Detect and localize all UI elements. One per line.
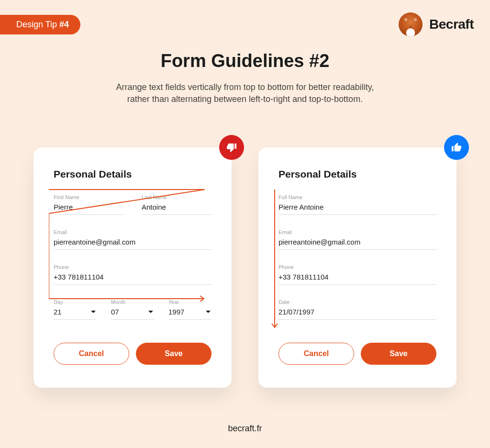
card-bad-example: Personal Details First Name Pierre Last … [33,147,232,388]
tip-number: #4 [59,20,69,29]
thumbs-up-icon [451,142,462,153]
phone-label: Phone [54,264,212,270]
brand-name: Becraft [429,17,474,32]
email-value: pierreantoine@gmail.com [278,238,360,246]
brand-block: Becraft [399,12,474,36]
full-name-field[interactable]: Full Name Pierre Antoine [278,194,436,215]
thumbs-down-icon [226,142,237,153]
email-label: Email [278,229,436,235]
email-field[interactable]: Email pierreantoine@gmail.com [278,229,436,250]
day-label: Day [54,299,97,305]
full-name-label: Full Name [278,194,436,200]
thumbs-down-badge [219,135,244,160]
first-name-field[interactable]: First Name Pierre [54,194,123,215]
phone-value: +33 781811104 [278,273,329,281]
last-name-field[interactable]: Last Name Antoine [142,194,212,215]
date-field[interactable]: Date 21/07/1997 [278,299,436,320]
phone-label: Phone [278,264,436,270]
month-select[interactable]: Month 07 [111,299,154,320]
card-heading: Personal Details [54,168,212,180]
chevron-down-icon [91,311,96,313]
month-label: Month [111,299,154,305]
email-value: pierreantoine@gmail.com [54,238,135,246]
vertical-flow-illustration [270,190,279,331]
last-name-label: Last Name [142,194,212,200]
page-subtitle: Arrange text fields vertically from top … [106,81,384,105]
email-field[interactable]: Email pierreantoine@gmail.com [54,229,212,250]
save-button[interactable]: Save [361,343,436,365]
chevron-down-icon [148,311,153,313]
card-good-example: Personal Details Full Name Pierre Antoin… [258,147,457,388]
month-value: 07 [111,308,119,316]
phone-field[interactable]: Phone +33 781811104 [278,264,436,285]
last-name-value: Antoine [142,203,166,211]
footer-link: becraft.fr [0,424,490,434]
day-value: 21 [54,308,62,316]
thumbs-up-badge [444,135,469,160]
first-name-label: First Name [54,194,123,200]
save-button[interactable]: Save [136,343,212,365]
email-label: Email [54,229,212,235]
day-select[interactable]: Day 21 [54,299,97,320]
brand-avatar [399,12,423,36]
year-select[interactable]: Year 1997 [168,299,212,320]
first-name-value: Pierre [54,203,73,211]
date-label: Date [278,299,436,305]
phone-value: +33 781811104 [54,273,104,281]
cancel-button[interactable]: Cancel [54,343,129,365]
year-label: Year [168,299,212,305]
phone-field[interactable]: Phone +33 781811104 [54,264,212,285]
tip-prefix: Design Tip [16,20,59,29]
cancel-button[interactable]: Cancel [278,343,354,365]
chevron-down-icon [206,311,211,313]
date-value: 21/07/1997 [278,308,314,316]
card-heading: Personal Details [278,168,436,180]
page-title: Form Guidelines #2 [0,51,490,71]
design-tip-badge: Design Tip #4 [0,15,80,34]
year-value: 1997 [168,308,184,316]
full-name-value: Pierre Antoine [278,203,323,211]
